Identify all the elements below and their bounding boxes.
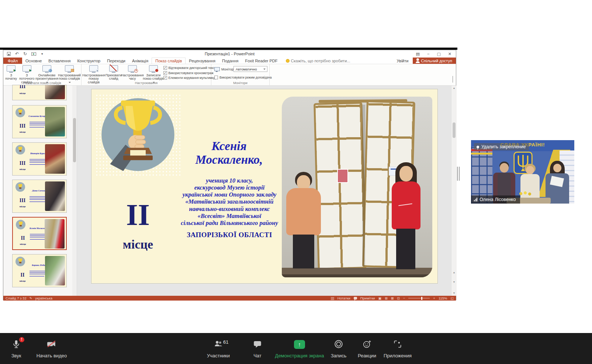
tell-me-placeholder: Скажіть, що потрібно зробити... [291, 59, 350, 63]
poster [337, 169, 348, 183]
trophy-icon [16, 220, 25, 229]
slide-thumbnail-7-selected[interactable]: 7 Ксенія Москаленко, ІІ місце [12, 217, 67, 250]
screen-record-icon [149, 65, 158, 72]
hide-slide-button[interactable]: Приховати слайд [105, 65, 122, 81]
customize-qat-icon[interactable]: ▼ [41, 52, 44, 56]
start-slideshow-icon[interactable]: ▶ [31, 52, 36, 56]
slide-sorter-icon[interactable]: ⊞ [385, 297, 388, 300]
share-screen-icon: ↑ [294, 339, 305, 349]
chat-button[interactable]: Чат [248, 339, 267, 358]
chat-icon [253, 339, 262, 349]
collapse-ribbon-icon[interactable] [453, 76, 453, 83]
scroll-down-icon[interactable]: ▼ [451, 292, 457, 294]
photo-person-teacher [283, 172, 324, 271]
redo-icon[interactable]: ↻ [23, 51, 27, 56]
zoom-out-icon[interactable]: − [403, 296, 405, 300]
tab-design[interactable]: Конструктор [74, 58, 104, 64]
trophy-icon [15, 108, 25, 117]
checkbox-checked: ✓ [163, 71, 167, 75]
save-icon[interactable] [7, 52, 11, 56]
share-button[interactable]: Спільний доступ [413, 58, 456, 64]
slide-thumbnail-4[interactable]: 4 Єлизавета Кучерова, ІІІ місце [12, 105, 67, 138]
media-controls-checkbox[interactable]: ✓ Елементи керування мультимедіа [163, 76, 211, 80]
normal-view-icon[interactable]: ▣ [378, 297, 382, 300]
camera-off-icon [46, 339, 57, 349]
screen-current-icon: ▶ [22, 65, 31, 72]
participants-button[interactable]: 61 Участники [205, 339, 232, 358]
reading-view-icon[interactable]: ⊠ [391, 297, 394, 300]
slide-thumbnail-8[interactable]: 8 Карина Лічба, ІІ місце [12, 254, 67, 287]
tab-insert[interactable]: Вставлення [45, 58, 74, 64]
video-panel-drag-handle[interactable] [457, 167, 461, 181]
zoom-slider[interactable] [408, 298, 430, 299]
scrollbar-thumb[interactable] [453, 122, 456, 138]
rehearse-timings-button[interactable]: Настроювання часу [123, 65, 142, 81]
share-screen-button[interactable]: ↑ Демонстрация экрана [272, 339, 327, 358]
from-beginning-button[interactable]: ▶ З початку [5, 65, 17, 81]
checkbox-checked: ✓ [163, 76, 167, 80]
slideshow-view-icon[interactable]: ⊡ [397, 297, 400, 300]
reactions-button[interactable]: Реакции [355, 339, 379, 358]
screen-slash-icon [109, 65, 118, 72]
checkbox-unchecked [214, 76, 218, 79]
region-text: ЗАПОРІЗЬКОЇ ОБЛАСТІ [176, 231, 283, 239]
share-button-label: Спільний доступ [421, 59, 452, 63]
slide-area-scrollbar[interactable]: ▲ ▲ ▼ ▼ [451, 86, 457, 296]
proofing-icon[interactable]: ✎ [30, 297, 32, 300]
sign-in-link[interactable]: Увійти [392, 58, 413, 64]
thumbnail-photo [45, 107, 65, 136]
participants-count: 61 [223, 339, 228, 345]
tab-foxit[interactable]: Foxit Reader PDF [242, 58, 281, 64]
pinned-participant-video[interactable]: СЛАВА УКРАЇНІ! Удалить закрепление Олена… [471, 140, 574, 204]
undo-icon[interactable]: ↶ [15, 51, 19, 56]
close-icon[interactable]: ✕ [448, 52, 451, 56]
next-slide-icon[interactable]: ▼ [451, 281, 457, 283]
apps-button[interactable]: Приложения [383, 339, 412, 358]
presenter-view-checkbox[interactable]: Використовувати режим доповідача [214, 76, 272, 79]
trophy-illustration [99, 96, 177, 173]
slide-thumbnail-6[interactable]: 6 Діана Совчук, ІІІ місце [12, 180, 67, 213]
group-label: Розпочати показ слайдів [3, 81, 81, 85]
thumbnail-scrollbar[interactable] [72, 86, 77, 296]
current-slide[interactable]: ІІ місце Ксенія Москаленко, учениця 10 к… [91, 89, 438, 284]
scroll-up-icon[interactable]: ▲ [451, 87, 457, 89]
timings-checkbox[interactable]: ✓ Використовувати хронометраж [163, 71, 211, 75]
zoom-meeting-screen: ↶ ↻ ▶ ▼ Презентація1 - PowerPoint ▤ − ▢ … [0, 0, 592, 364]
restore-icon[interactable]: ▢ [437, 52, 440, 56]
tab-review[interactable]: Рецензування [186, 58, 219, 64]
monitor-dropdown[interactable]: Автоматично [233, 66, 267, 72]
ribbon-options-icon[interactable]: ▤ [416, 52, 420, 56]
zoom-percentage[interactable]: 115% [439, 296, 447, 300]
previous-slide-icon[interactable]: ▲ [451, 271, 457, 274]
tab-view[interactable]: Подання [219, 58, 242, 64]
screen-list-icon [65, 65, 74, 72]
photo-collage-banner [471, 147, 492, 204]
language-indicator[interactable]: українська [35, 296, 52, 300]
record-button[interactable]: Запись [328, 339, 350, 358]
student-description: учениця 10 класу, екскурсовод Музею істо… [176, 177, 283, 226]
start-video-button[interactable]: Начать видео [37, 339, 66, 358]
zoom-slider-thumb[interactable] [421, 297, 422, 300]
remove-pin-button[interactable]: Удалить закрепление [474, 143, 529, 150]
slide-thumbnail-5[interactable]: 5 Вікторія Курило, ІІІ місце [12, 142, 67, 176]
tab-transitions[interactable]: Переходи [104, 58, 129, 64]
place-word: місце [113, 238, 163, 252]
tab-slideshow[interactable]: Показ слайдів [152, 58, 186, 64]
narration-checkbox[interactable]: ✓ Відтворювати дикторський текст [163, 66, 211, 70]
tell-me-search[interactable]: Скажіть, що потрібно зробити... [281, 58, 350, 64]
trophy-icon [15, 145, 25, 155]
tab-animations[interactable]: Анімація [129, 58, 152, 64]
participant-woman-right [544, 161, 571, 204]
tab-file[interactable]: Файл [3, 58, 22, 64]
minimize-icon[interactable]: − [427, 52, 429, 56]
zoom-in-icon[interactable]: + [433, 296, 435, 300]
audio-button[interactable]: ! Звук [6, 339, 27, 358]
notes-button[interactable]: Нотатки [337, 296, 350, 300]
comments-button[interactable]: Примітки [360, 296, 375, 300]
slide-thumbnail-3[interactable]: ІІІ місце [12, 85, 67, 100]
thumbnail-photo [45, 256, 65, 285]
slide-photo [282, 97, 432, 277]
ribbon: ▶ З початку ▶ З поточного слайда Онлайно… [3, 64, 456, 86]
fit-slide-icon[interactable]: ◱ [450, 297, 454, 300]
tab-home[interactable]: Основне [22, 58, 45, 64]
